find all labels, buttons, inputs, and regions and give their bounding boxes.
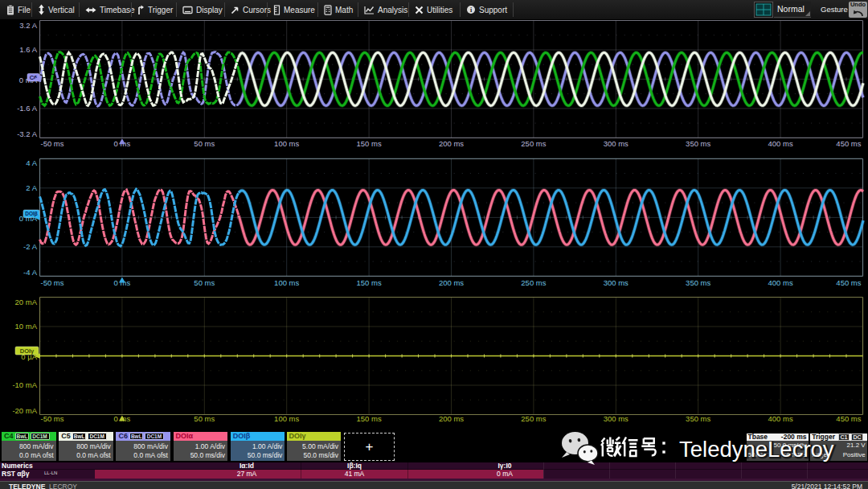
svg-text:TeledyneLecroy: TeledyneLecroy [679,437,834,462]
